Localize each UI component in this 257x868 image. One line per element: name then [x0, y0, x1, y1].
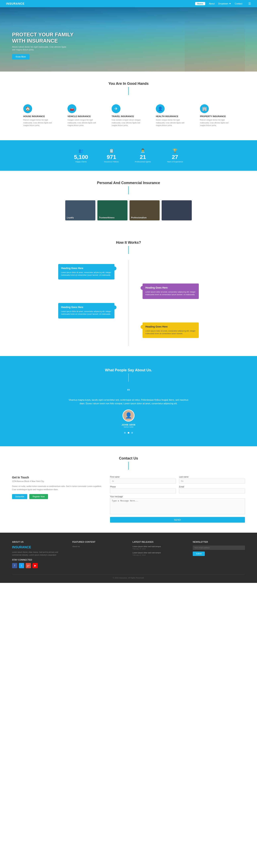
phone-label: Phone: [110, 486, 176, 488]
first-name-input[interactable]: [110, 478, 176, 484]
youtube-icon[interactable]: ▶: [33, 563, 38, 568]
timeline-card-text-3: Lorem ipsum dolor sit amet, consectetur …: [146, 330, 196, 335]
quote-open-icon: ": [12, 388, 245, 396]
send-button[interactable]: SEND: [110, 517, 245, 523]
nav-contact[interactable]: Contact: [235, 2, 242, 5]
timeline: Heading Goes Here Lorem ipsum dolor sit …: [12, 260, 245, 346]
stat-item-1: 📋 971 Insurance Policies: [104, 148, 119, 163]
hero-content: PROTECT YOUR FAMILY WITH INSURANCE Atvum…: [12, 32, 76, 60]
timeline-card-text-0: Lorem ipsum dolor sit amet, consectetur …: [61, 271, 111, 277]
timeline-step-3: Heading Goes Here Lorem ipsum dolor sit …: [58, 322, 199, 338]
social-icons: f t g+ ▶: [12, 563, 64, 568]
stat-label-1: Insurance Policies: [104, 161, 119, 163]
news-title-0: Lorem ipsum dolor sed notit tempor: [132, 546, 185, 548]
img-overlay-3: [162, 200, 192, 220]
nav-dropdown[interactable]: Dropdown ▼: [218, 2, 231, 5]
stat-icon-1: 📋: [104, 148, 119, 153]
twitter-icon[interactable]: t: [19, 563, 24, 568]
stat-icon-3: 🏆: [167, 148, 183, 153]
stats-section: 👥 5,100 Happy Clients 📋 971 Insurance Po…: [0, 140, 257, 171]
insurance-card-0: 🏠 HOUSE INSURANCE Rutrum congue donec le…: [20, 101, 60, 130]
register-button[interactable]: Register Now: [29, 494, 48, 499]
ins-icon-1: 🚗: [67, 104, 76, 113]
insurance-cards: 🏠 HOUSE INSURANCE Rutrum congue donec le…: [12, 101, 245, 130]
newsletter-input[interactable]: [193, 546, 245, 550]
stat-icon-2: 👨‍💼: [135, 148, 151, 153]
timeline-step-2: Heading Goes Here Lorem ipsum dolor sit …: [58, 303, 199, 318]
nav-home[interactable]: Home: [195, 2, 205, 5]
insurance-card-1: 🚗 VEHICLE INSURANCE Congue rutrum congue…: [64, 101, 104, 130]
footer: ABOUT US INSURANCE Lorem ipsum donec vit…: [0, 533, 257, 583]
hero-title: PROTECT YOUR FAMILY WITH INSURANCE: [12, 32, 76, 44]
timeline-dot-1: [140, 286, 144, 290]
contact-title: Contact Us: [12, 456, 245, 461]
hero-cta-button[interactable]: Know More: [12, 54, 30, 60]
footer-featured-col: FEATURED CONTENT About Us: [72, 541, 125, 568]
timeline-card-title-1: Heading Goes Here: [146, 286, 196, 289]
first-name-col: First name: [110, 476, 176, 484]
facebook-icon[interactable]: f: [12, 563, 17, 568]
timeline-card-title-3: Heading Goes Here: [146, 325, 196, 328]
dot-3[interactable]: [131, 432, 133, 434]
message-group: Your message: [110, 495, 245, 515]
stat-label-0: Happy Clients: [74, 161, 88, 163]
good-hands-title: You Are In Good Hands: [12, 82, 245, 86]
how-it-works-section: How It Works? Heading Goes Here Lorem ip…: [0, 230, 257, 356]
commercial-card-0[interactable]: Loyalty: [65, 200, 95, 220]
dot-2[interactable]: [128, 432, 129, 434]
testimonial-role: Senior Artist: [12, 426, 245, 428]
commercial-card-1[interactable]: Trustworthiness: [97, 200, 128, 220]
footer-newsletter-col: NEWSLETTER Submit: [193, 541, 245, 568]
testimonials-title: What People Say About Us.: [12, 368, 245, 372]
commercial-card-2[interactable]: Professionalism: [129, 200, 160, 220]
subscribe-button[interactable]: Subscribe: [12, 494, 27, 499]
footer-about-link[interactable]: About Us: [72, 546, 125, 548]
insurance-card-4: 🏢 PROPERTY INSURANCE Rutrum congue donec…: [197, 101, 237, 130]
good-hands-section: You Are In Good Hands 🏠 HOUSE INSURANCE …: [0, 71, 257, 140]
commercial-card-3[interactable]: [162, 200, 192, 220]
contact-desc: Donec mi nulla, auttisi tortor commodo a…: [12, 485, 102, 491]
testimonial-quote: Vivamus magna turpis, iaculis eget conse…: [68, 398, 189, 405]
hero-subtitle: Atvum rutrum donec leo eget malesuada. C…: [12, 45, 68, 51]
ins-title-4: PROPERTY INSURANCE: [200, 115, 234, 118]
stat-number-2: 21: [135, 154, 151, 160]
timeline-step-1: Heading Goes Here Lorem ipsum dolor sit …: [58, 283, 199, 299]
section-divider: [128, 87, 129, 95]
message-textarea[interactable]: [110, 498, 245, 515]
stat-item-2: 👨‍💼 21 Professional Agents: [135, 148, 151, 163]
googleplus-icon[interactable]: g+: [26, 563, 31, 568]
timeline-card-2: Heading Goes Here Lorem ipsum dolor sit …: [58, 303, 115, 318]
commercial-cards: Loyalty Trustworthiness Professionalism: [12, 200, 245, 220]
nav-about[interactable]: About: [209, 2, 215, 5]
testimonials-section: What People Say About Us. " Vivamus magn…: [0, 356, 257, 446]
insurance-card-3: 👤 HEALTH INSURANCE Donec congue donec le…: [153, 101, 193, 130]
commercial-section: Personal And Commercial Insurance Loyalt…: [0, 171, 257, 230]
nav-logo: INSURANCE: [6, 2, 25, 5]
timeline-step-0: Heading Goes Here Lorem ipsum dolor sit …: [58, 264, 199, 279]
stats-inner: 👥 5,100 Happy Clients 📋 971 Insurance Po…: [12, 148, 245, 163]
footer-news-item-1: Lorem ipsum dolor sed notit tempor Febru…: [132, 552, 185, 556]
how-it-works-title: How It Works?: [12, 241, 245, 245]
commercial-card-label-2: Professionalism: [131, 217, 147, 219]
timeline-card-title-0: Heading Goes Here: [61, 267, 111, 270]
footer-logo: INSURANCE: [12, 546, 64, 549]
navbar: INSURANCE Home About Dropdown ▼ Contact …: [0, 0, 257, 7]
last-name-input[interactable]: [179, 478, 245, 484]
section-divider-4: [128, 462, 129, 470]
phone-input[interactable]: [110, 489, 176, 494]
last-name-col: Last name: [179, 476, 245, 484]
newsletter-submit-button[interactable]: Submit: [193, 552, 205, 556]
timeline-card-text-1: Lorem ipsum dolor sit amet, consectetur …: [146, 291, 196, 296]
timeline-dot-2: [113, 305, 117, 309]
ins-icon-0: 🏠: [23, 104, 32, 113]
ins-desc-0: Rutrum congue donec leo eget malesuada. …: [23, 119, 57, 127]
timeline-dot-0: [113, 267, 117, 271]
email-input[interactable]: [179, 489, 245, 494]
ins-desc-3: Donec congue donec leo eget malesuada. C…: [156, 119, 190, 127]
nav-icon[interactable]: ☰: [248, 2, 251, 5]
stat-item-0: 👥 5,100 Happy Clients: [74, 148, 88, 163]
dot-1[interactable]: [124, 432, 126, 434]
stat-number-1: 971: [104, 154, 119, 160]
get-in-touch-title: Get In Touch: [12, 476, 102, 479]
contact-form: First name Last name Phone Email: [110, 476, 245, 523]
